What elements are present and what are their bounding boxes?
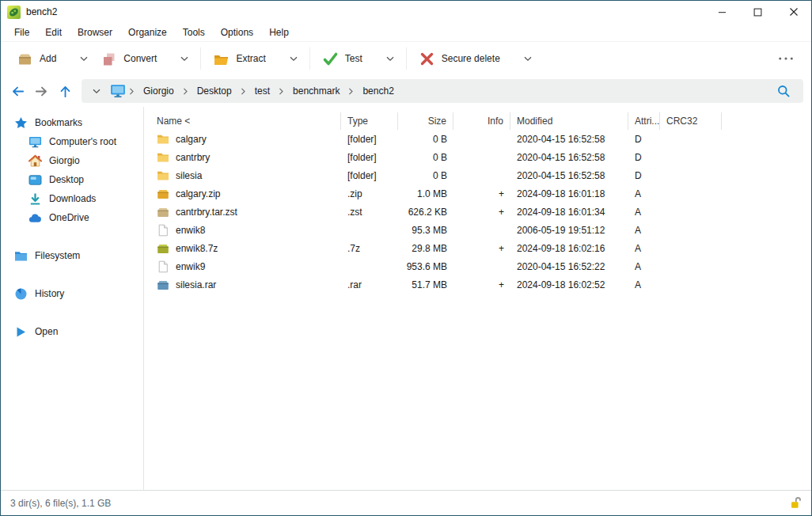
table-row[interactable]: enwik8.7z .7z 29.8 MB + 2024-09-18 16:02… (150, 239, 811, 257)
sidebar-item-open[interactable]: Open (1, 322, 143, 341)
back-button[interactable] (6, 79, 29, 103)
breadcrumb-item-test[interactable]: test (246, 85, 279, 97)
file-size: 626.2 KB (398, 203, 453, 221)
address-history-dropdown[interactable] (89, 89, 107, 94)
chevron-down-icon (180, 56, 188, 62)
7z-archive-icon (157, 242, 169, 255)
column-header-size[interactable]: Size (398, 112, 453, 130)
file-modified: 2020-04-15 16:52:58 (510, 130, 628, 148)
file-name: cantrbry (176, 152, 210, 163)
sidebar-item-giorgio[interactable]: Giorgio (1, 151, 143, 170)
table-row[interactable]: cantrbry.tar.zst .zst 626.2 KB + 2024-09… (150, 203, 811, 221)
file-crc32 (660, 257, 722, 275)
title-bar: bench2 (1, 1, 811, 23)
table-row[interactable]: enwik8 95.3 MB 2006-05-19 19:51:12 A (150, 221, 811, 239)
downloads-icon (28, 192, 42, 206)
table-row[interactable]: enwik9 953.6 MB 2020-04-15 16:52:22 A (150, 257, 811, 275)
toolbar: Add Convert Extract Test Sec (1, 42, 811, 75)
table-header: Name <TypeSizeInfoModifiedAttri...CRC32 (150, 112, 811, 130)
maximize-button[interactable] (740, 1, 776, 23)
file-crc32 (660, 221, 722, 239)
file-name: silesia.rar (176, 279, 216, 290)
file-name: calgary (176, 134, 207, 145)
column-header-type[interactable]: Type (341, 112, 398, 130)
table-row[interactable]: silesia [folder] 0 B 2020-04-15 16:52:58… (150, 166, 811, 184)
test-button[interactable]: Test (316, 46, 367, 72)
breadcrumb-item-benchmark[interactable]: benchmark (284, 85, 348, 97)
sidebar: Bookmarks Computer's root Giorgio Deskto… (1, 107, 144, 490)
toolbar-separator (200, 47, 201, 70)
chevron-right-icon (129, 88, 135, 95)
address-bar[interactable]: Giorgio Desktop test benchmark bench2 (82, 79, 803, 103)
rar-archive-icon (157, 279, 169, 291)
file-crc32 (660, 130, 722, 148)
secure-delete-button[interactable]: Secure delete (412, 46, 505, 72)
file-attributes: D (628, 148, 660, 166)
computer-icon (28, 135, 42, 149)
magnifier-icon (776, 84, 791, 98)
sidebar-item-desktop[interactable]: Desktop (1, 170, 143, 189)
table-row[interactable]: cantrbry [folder] 0 B 2020-04-15 16:52:5… (150, 148, 811, 166)
computer-icon[interactable] (110, 84, 126, 98)
file-type: .zst (341, 203, 398, 221)
table-row[interactable]: silesia.rar .rar 51.7 MB + 2024-09-18 16… (150, 275, 811, 294)
folder-icon (157, 133, 169, 146)
unlocked-padlock-icon[interactable] (788, 496, 802, 510)
sidebar-item-filesystem[interactable]: Filesystem (1, 246, 143, 265)
menu-item-file[interactable]: File (6, 25, 37, 40)
extract-dropdown[interactable] (283, 51, 304, 66)
more-options-button[interactable] (770, 51, 802, 66)
file-size: 0 B (398, 130, 453, 148)
column-header-attri[interactable]: Attri... (628, 112, 660, 130)
secure-delete-dropdown[interactable] (518, 51, 538, 66)
secure-delete-icon (419, 51, 435, 67)
menu-item-tools[interactable]: Tools (175, 25, 213, 40)
search-button[interactable] (772, 82, 795, 100)
up-button[interactable] (53, 79, 77, 103)
chevron-right-icon (348, 88, 354, 95)
convert-dropdown[interactable] (174, 51, 195, 66)
breadcrumb: Giorgio Desktop test benchmark bench2 (129, 85, 403, 97)
menu-item-browser[interactable]: Browser (70, 25, 120, 40)
toolbar-button-label: Extract (236, 53, 265, 64)
sidebar-item-computer-s-root[interactable]: Computer's root (1, 132, 143, 151)
menu-item-edit[interactable]: Edit (37, 25, 70, 40)
sidebar-item-downloads[interactable]: Downloads (1, 189, 143, 208)
column-header-name[interactable]: Name < (150, 112, 341, 130)
menu-item-organize[interactable]: Organize (120, 25, 175, 40)
test-dropdown[interactable] (380, 51, 400, 66)
chevron-right-icon (279, 88, 284, 95)
menu-item-help[interactable]: Help (261, 25, 297, 40)
table-row[interactable]: calgary.zip .zip 1.0 MB + 2024-09-18 16:… (150, 184, 811, 203)
ellipsis-icon (778, 56, 794, 61)
forward-button[interactable] (29, 79, 53, 103)
column-header-info[interactable]: Info (453, 112, 510, 130)
breadcrumb-item-giorgio[interactable]: Giorgio (135, 85, 183, 97)
file-info: + (453, 275, 510, 294)
table-row[interactable]: calgary [folder] 0 B 2020-04-15 16:52:58… (150, 130, 811, 148)
breadcrumb-item-bench2[interactable]: bench2 (354, 85, 402, 97)
close-button[interactable] (776, 1, 811, 23)
toolbar-group: Convert (94, 46, 195, 72)
peazip-window: bench2 FileEditBrowserOrganizeToolsOptio… (0, 0, 812, 516)
sidebar-item-onedrive[interactable]: OneDrive (1, 208, 143, 227)
column-header-crc32[interactable]: CRC32 (660, 112, 722, 130)
sidebar-item-bookmarks[interactable]: Bookmarks (1, 113, 143, 132)
extract-button[interactable]: Extract (207, 46, 270, 72)
add-dropdown[interactable] (74, 51, 94, 66)
history-icon (14, 287, 28, 301)
filesystem-folder-icon (14, 249, 28, 263)
file-type: [folder] (341, 130, 398, 148)
breadcrumb-item-desktop[interactable]: Desktop (188, 85, 241, 97)
window-controls (704, 1, 811, 23)
menu-item-options[interactable]: Options (213, 25, 261, 40)
desktop-icon (28, 173, 42, 187)
column-header-modified[interactable]: Modified (510, 112, 628, 130)
sidebar-item-history[interactable]: History (1, 284, 143, 303)
convert-button[interactable]: Convert (94, 46, 161, 72)
minimize-button[interactable] (704, 1, 740, 23)
add-button[interactable]: Add (10, 46, 61, 72)
toolbar-separator (406, 47, 407, 70)
chevron-down-icon (80, 56, 88, 62)
file-modified: 2024-09-18 16:02:16 (510, 239, 628, 257)
